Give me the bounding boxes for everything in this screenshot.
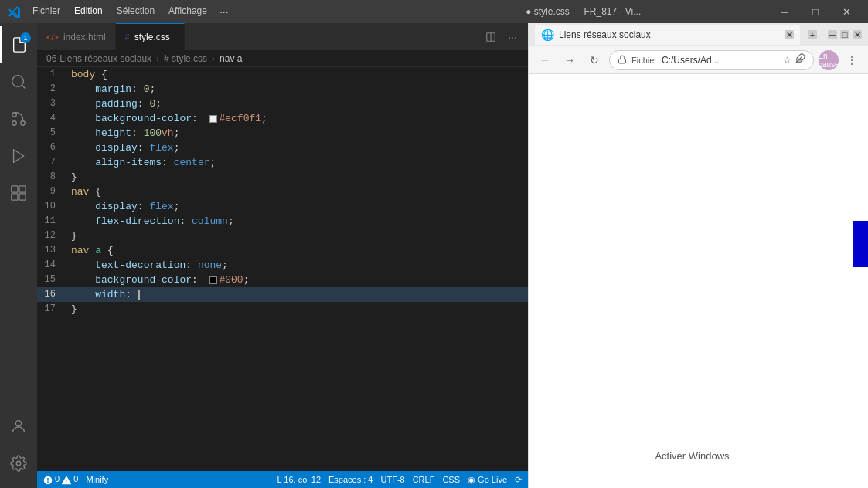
- browser-win-close[interactable]: ✕: [853, 30, 862, 39]
- code-line-7: 7 align-items: center;: [37, 155, 528, 170]
- menu-affichage[interactable]: Affichage: [162, 4, 213, 19]
- maximize-button[interactable]: □: [800, 0, 831, 23]
- activity-bottom: [0, 408, 37, 488]
- browser-tab-title: Liens réseaux sociaux: [559, 29, 651, 40]
- breadcrumb-symbol[interactable]: nav a: [220, 53, 242, 64]
- activity-search[interactable]: [0, 63, 37, 100]
- line-ending[interactable]: CRLF: [413, 475, 435, 484]
- code-line-1: 1 body {: [37, 67, 528, 82]
- tab-style-css[interactable]: # style.css: [116, 23, 185, 50]
- activation-watermark[interactable]: Activer Windows: [529, 440, 868, 471]
- code-line-14: 14 text-decoration: none;: [37, 258, 528, 273]
- svg-point-9: [15, 421, 21, 426]
- split-editor-button[interactable]: [482, 28, 500, 46]
- svg-point-10: [16, 461, 21, 466]
- minify-btn[interactable]: Minify: [86, 475, 108, 484]
- tab-actions: ···: [482, 28, 528, 46]
- more-actions-button[interactable]: ···: [503, 28, 522, 46]
- browser-close-tab[interactable]: ✕: [785, 30, 794, 39]
- menu-selection[interactable]: Sélection: [111, 4, 161, 19]
- titlebar: Fichier Edition Sélection Affichage ··· …: [0, 0, 868, 23]
- explorer-badge: 1: [20, 32, 31, 43]
- profile-button[interactable]: En pause: [819, 50, 839, 70]
- line-content-4: background-color: #ecf0f1;: [68, 111, 528, 126]
- code-line-15: 15 background-color: #000;: [37, 273, 528, 287]
- line-num-3: 3: [37, 97, 68, 111]
- browser-menu-button[interactable]: ⋮: [842, 50, 862, 70]
- refresh-button[interactable]: ↻: [584, 50, 604, 70]
- svg-point-3: [12, 121, 17, 126]
- forward-button[interactable]: →: [560, 50, 580, 70]
- address-icons: ☆: [783, 53, 805, 66]
- browser-new-tab[interactable]: +: [808, 30, 817, 39]
- line-content-1: body {: [68, 67, 528, 82]
- language-mode[interactable]: CSS: [442, 475, 460, 484]
- activity-bar: 1: [0, 23, 37, 488]
- activity-git[interactable]: [0, 100, 37, 137]
- tab-index-html[interactable]: </> index.html: [37, 23, 116, 50]
- line-num-14: 14: [37, 258, 68, 273]
- tab-index-label: index.html: [63, 32, 106, 42]
- line-num-15: 15: [37, 273, 68, 287]
- breadcrumb-sep-2: ›: [212, 53, 215, 64]
- browser-navbar: ← → ↻ Fichier C:/Users/Ad... ☆: [529, 46, 868, 74]
- code-line-10: 10 display: flex;: [37, 199, 528, 214]
- menu-fichier[interactable]: Fichier: [26, 4, 66, 19]
- line-num-16: 16: [37, 287, 68, 302]
- browser-window-controls: ─ □ ✕: [828, 30, 862, 39]
- activity-debug[interactable]: [0, 137, 37, 175]
- close-button[interactable]: ✕: [831, 0, 862, 23]
- code-line-8: 8 }: [37, 170, 528, 185]
- breadcrumb: 06-Liens réseaux sociaux › # style.css ›…: [37, 50, 528, 67]
- minimize-button[interactable]: ─: [769, 0, 800, 23]
- breadcrumb-folder[interactable]: 06-Liens réseaux sociaux: [46, 53, 151, 64]
- svg-point-1: [21, 121, 26, 126]
- browser-content: Activer Windows: [529, 74, 868, 488]
- cursor-position[interactable]: L 16, col 12: [277, 475, 321, 484]
- back-button[interactable]: ←: [535, 50, 555, 70]
- code-line-16[interactable]: 16 width:: [37, 287, 528, 302]
- line-content-10: display: flex;: [68, 199, 528, 214]
- activity-explorer[interactable]: 1: [0, 26, 37, 63]
- encoding[interactable]: UTF-8: [381, 475, 405, 484]
- line-num-4: 4: [37, 111, 68, 126]
- browser-win-max[interactable]: □: [840, 30, 849, 39]
- go-live-button[interactable]: ◉ Go Live: [468, 475, 507, 485]
- code-line-11: 11 flex-direction: column;: [37, 214, 528, 229]
- code-line-6: 6 display: flex;: [37, 141, 528, 155]
- code-editor[interactable]: 1 body { 2 margin: 0; 3 padding: 0; 4 ba…: [37, 67, 528, 471]
- menu-edition[interactable]: Edition: [68, 4, 109, 19]
- breadcrumb-file[interactable]: # style.css: [164, 53, 207, 64]
- svg-point-0: [12, 76, 24, 87]
- activity-settings[interactable]: [0, 445, 37, 482]
- svg-rect-8: [19, 194, 26, 200]
- menu-more[interactable]: ···: [215, 4, 233, 19]
- bookmark-icon[interactable]: ☆: [783, 55, 791, 66]
- code-line-17: 17 }: [37, 302, 528, 317]
- lock-icon: [618, 55, 627, 66]
- line-num-11: 11: [37, 214, 68, 229]
- address-bar[interactable]: Fichier C:/Users/Ad... ☆: [609, 50, 814, 70]
- line-num-9: 9: [37, 185, 68, 199]
- activity-account[interactable]: [0, 408, 37, 445]
- code-line-2: 2 margin: 0;: [37, 82, 528, 97]
- line-content-2: margin: 0;: [68, 82, 528, 97]
- line-num-17: 17: [37, 302, 68, 317]
- line-content-11: flex-direction: column;: [68, 214, 528, 229]
- indent-size[interactable]: Espaces : 4: [328, 475, 373, 484]
- protocol-label: Fichier: [631, 56, 657, 65]
- line-num-13: 13: [37, 243, 68, 258]
- svg-rect-12: [619, 59, 626, 63]
- error-count[interactable]: 0 0: [43, 474, 78, 484]
- browser-extras: En pause ⋮: [819, 50, 862, 70]
- browser-favicon: 🌐: [541, 29, 554, 41]
- address-text: C:/Users/Ad...: [662, 55, 778, 66]
- code-line-3: 3 padding: 0;: [37, 97, 528, 111]
- line-content-16: width:: [68, 287, 528, 302]
- statusbar-right: L 16, col 12 Espaces : 4 UTF-8 CRLF CSS …: [277, 475, 522, 485]
- tab-style-label: style.css: [134, 32, 170, 42]
- feedback-button[interactable]: ⟳: [515, 475, 522, 485]
- extensions-icon[interactable]: [795, 53, 805, 66]
- activity-extensions[interactable]: [0, 175, 37, 212]
- browser-win-min[interactable]: ─: [828, 30, 837, 39]
